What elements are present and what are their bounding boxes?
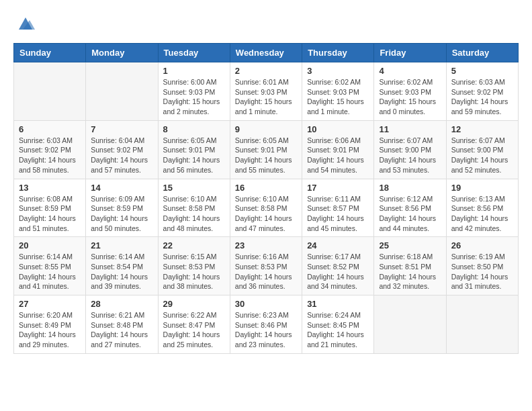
day-info: Sunrise: 6:14 AMSunset: 8:55 PMDaylight:… — [19, 252, 81, 291]
weekday-header-wednesday: Wednesday — [230, 44, 302, 62]
day-number: 22 — [163, 240, 225, 250]
day-info: Sunrise: 6:03 AMSunset: 9:02 PMDaylight:… — [451, 77, 513, 117]
calendar-cell — [446, 295, 518, 354]
day-info: Sunrise: 6:07 AMSunset: 9:00 PMDaylight:… — [451, 136, 513, 175]
calendar-cell: 14Sunrise: 6:09 AMSunset: 8:59 PMDayligh… — [86, 179, 158, 237]
logo-icon — [16, 13, 35, 32]
day-number: 13 — [19, 183, 81, 193]
calendar-cell: 23Sunrise: 6:16 AMSunset: 8:53 PMDayligh… — [230, 237, 302, 295]
calendar-cell: 18Sunrise: 6:12 AMSunset: 8:56 PMDayligh… — [374, 179, 446, 237]
day-number: 20 — [19, 240, 81, 250]
calendar-cell: 8Sunrise: 6:05 AMSunset: 9:01 PMDaylight… — [158, 120, 230, 179]
calendar-cell: 1Sunrise: 6:00 AMSunset: 9:03 PMDaylight… — [158, 62, 230, 121]
weekday-header-sunday: Sunday — [14, 44, 86, 62]
day-info: Sunrise: 6:15 AMSunset: 8:53 PMDaylight:… — [163, 252, 225, 291]
day-number: 16 — [235, 183, 297, 193]
day-number: 30 — [235, 299, 297, 309]
calendar-cell: 22Sunrise: 6:15 AMSunset: 8:53 PMDayligh… — [158, 237, 230, 295]
calendar-cell: 3Sunrise: 6:02 AMSunset: 9:03 PMDaylight… — [302, 62, 374, 121]
day-number: 31 — [307, 299, 369, 309]
day-number: 8 — [163, 124, 225, 134]
weekday-header-friday: Friday — [374, 44, 446, 62]
day-number: 10 — [307, 124, 369, 134]
calendar-cell: 15Sunrise: 6:10 AMSunset: 8:58 PMDayligh… — [158, 179, 230, 237]
day-info: Sunrise: 6:06 AMSunset: 9:01 PMDaylight:… — [307, 136, 369, 175]
calendar-cell: 11Sunrise: 6:07 AMSunset: 9:00 PMDayligh… — [374, 120, 446, 179]
day-info: Sunrise: 6:24 AMSunset: 8:45 PMDaylight:… — [307, 310, 369, 350]
calendar-cell: 29Sunrise: 6:22 AMSunset: 8:47 PMDayligh… — [158, 295, 230, 354]
calendar-cell: 28Sunrise: 6:21 AMSunset: 8:48 PMDayligh… — [86, 295, 158, 354]
calendar-cell: 27Sunrise: 6:20 AMSunset: 8:49 PMDayligh… — [14, 295, 86, 354]
calendar-cell: 2Sunrise: 6:01 AMSunset: 9:03 PMDaylight… — [230, 62, 302, 121]
day-number: 29 — [163, 299, 225, 309]
day-info: Sunrise: 6:17 AMSunset: 8:52 PMDaylight:… — [307, 252, 369, 291]
calendar-cell: 21Sunrise: 6:14 AMSunset: 8:54 PMDayligh… — [86, 237, 158, 295]
calendar-cell: 20Sunrise: 6:14 AMSunset: 8:55 PMDayligh… — [14, 237, 86, 295]
calendar-cell: 6Sunrise: 6:03 AMSunset: 9:02 PMDaylight… — [14, 120, 86, 179]
calendar-cell: 31Sunrise: 6:24 AMSunset: 8:45 PMDayligh… — [302, 295, 374, 354]
calendar-cell: 26Sunrise: 6:19 AMSunset: 8:50 PMDayligh… — [446, 237, 518, 295]
calendar-cell: 16Sunrise: 6:10 AMSunset: 8:58 PMDayligh… — [230, 179, 302, 237]
calendar-cell: 25Sunrise: 6:18 AMSunset: 8:51 PMDayligh… — [374, 237, 446, 295]
calendar-table: SundayMondayTuesdayWednesdayThursdayFrid… — [13, 43, 519, 354]
calendar-cell — [374, 295, 446, 354]
day-number: 26 — [451, 240, 513, 250]
day-info: Sunrise: 6:14 AMSunset: 8:54 PMDaylight:… — [91, 252, 152, 291]
day-info: Sunrise: 6:11 AMSunset: 8:57 PMDaylight:… — [307, 194, 369, 234]
logo — [13, 13, 35, 32]
calendar-cell: 17Sunrise: 6:11 AMSunset: 8:57 PMDayligh… — [302, 179, 374, 237]
calendar-cell: 9Sunrise: 6:05 AMSunset: 9:01 PMDaylight… — [230, 120, 302, 179]
day-number: 6 — [19, 124, 81, 134]
day-info: Sunrise: 6:05 AMSunset: 9:01 PMDaylight:… — [163, 136, 225, 175]
day-number: 15 — [163, 183, 225, 193]
day-info: Sunrise: 6:21 AMSunset: 8:48 PMDaylight:… — [91, 310, 152, 350]
day-number: 19 — [451, 183, 513, 193]
day-number: 12 — [451, 124, 513, 134]
calendar-cell: 19Sunrise: 6:13 AMSunset: 8:56 PMDayligh… — [446, 179, 518, 237]
day-number: 11 — [379, 124, 441, 134]
calendar-cell — [14, 62, 86, 121]
day-number: 24 — [307, 240, 369, 250]
day-info: Sunrise: 6:02 AMSunset: 9:03 PMDaylight:… — [307, 77, 369, 117]
page-header — [13, 13, 519, 32]
calendar-cell — [86, 62, 158, 121]
day-number: 9 — [235, 124, 297, 134]
day-info: Sunrise: 6:10 AMSunset: 8:58 PMDaylight:… — [235, 194, 297, 234]
day-info: Sunrise: 6:08 AMSunset: 8:59 PMDaylight:… — [19, 194, 81, 234]
day-number: 3 — [307, 66, 369, 76]
day-number: 28 — [91, 299, 152, 309]
calendar-cell: 13Sunrise: 6:08 AMSunset: 8:59 PMDayligh… — [14, 179, 86, 237]
day-number: 2 — [235, 66, 297, 76]
calendar-cell: 10Sunrise: 6:06 AMSunset: 9:01 PMDayligh… — [302, 120, 374, 179]
day-info: Sunrise: 6:07 AMSunset: 9:00 PMDaylight:… — [379, 136, 441, 175]
calendar-cell: 30Sunrise: 6:23 AMSunset: 8:46 PMDayligh… — [230, 295, 302, 354]
day-info: Sunrise: 6:22 AMSunset: 8:47 PMDaylight:… — [163, 310, 225, 350]
day-info: Sunrise: 6:13 AMSunset: 8:56 PMDaylight:… — [451, 194, 513, 234]
calendar-cell: 7Sunrise: 6:04 AMSunset: 9:02 PMDaylight… — [86, 120, 158, 179]
day-info: Sunrise: 6:18 AMSunset: 8:51 PMDaylight:… — [379, 252, 441, 291]
calendar-cell: 12Sunrise: 6:07 AMSunset: 9:00 PMDayligh… — [446, 120, 518, 179]
day-info: Sunrise: 6:09 AMSunset: 8:59 PMDaylight:… — [91, 194, 152, 234]
weekday-header-monday: Monday — [86, 44, 158, 62]
calendar-cell: 4Sunrise: 6:02 AMSunset: 9:03 PMDaylight… — [374, 62, 446, 121]
day-number: 14 — [91, 183, 152, 193]
day-number: 1 — [163, 66, 225, 76]
day-info: Sunrise: 6:02 AMSunset: 9:03 PMDaylight:… — [379, 77, 441, 117]
day-info: Sunrise: 6:20 AMSunset: 8:49 PMDaylight:… — [19, 310, 81, 350]
day-number: 5 — [451, 66, 513, 76]
day-info: Sunrise: 6:01 AMSunset: 9:03 PMDaylight:… — [235, 77, 297, 117]
day-info: Sunrise: 6:16 AMSunset: 8:53 PMDaylight:… — [235, 252, 297, 291]
calendar-cell: 5Sunrise: 6:03 AMSunset: 9:02 PMDaylight… — [446, 62, 518, 121]
day-number: 18 — [379, 183, 441, 193]
day-number: 21 — [91, 240, 152, 250]
day-info: Sunrise: 6:19 AMSunset: 8:50 PMDaylight:… — [451, 252, 513, 291]
day-number: 17 — [307, 183, 369, 193]
weekday-header-tuesday: Tuesday — [158, 44, 230, 62]
day-info: Sunrise: 6:10 AMSunset: 8:58 PMDaylight:… — [163, 194, 225, 234]
day-number: 25 — [379, 240, 441, 250]
calendar-cell: 24Sunrise: 6:17 AMSunset: 8:52 PMDayligh… — [302, 237, 374, 295]
day-number: 23 — [235, 240, 297, 250]
day-info: Sunrise: 6:12 AMSunset: 8:56 PMDaylight:… — [379, 194, 441, 234]
day-info: Sunrise: 6:23 AMSunset: 8:46 PMDaylight:… — [235, 310, 297, 350]
day-info: Sunrise: 6:00 AMSunset: 9:03 PMDaylight:… — [163, 77, 225, 117]
